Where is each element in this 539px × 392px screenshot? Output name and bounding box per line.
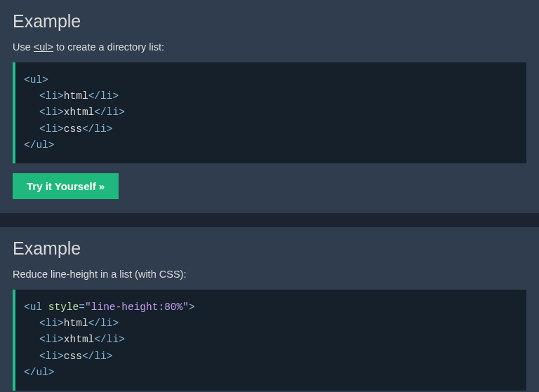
code-ul-open: <ul> bbox=[24, 74, 48, 86]
code-li-open: <li> bbox=[39, 318, 64, 329]
code-item-3: css bbox=[64, 123, 82, 135]
code-li-open: <li> bbox=[39, 107, 64, 118]
code-li-close: </li> bbox=[82, 351, 113, 362]
code-li-open: <li> bbox=[39, 351, 64, 362]
example-section-1: Example Use <ul> to create a directory l… bbox=[0, 0, 539, 213]
code-block-1: <ul> <li>html</li> <li>xhtml</li> <li>cs… bbox=[13, 62, 526, 163]
code-li-open: <li> bbox=[39, 123, 64, 135]
desc-text-pre: Use bbox=[13, 41, 34, 53]
example-heading: Example bbox=[13, 238, 526, 259]
code-ul-close: </ul> bbox=[24, 140, 55, 151]
code-ul-close: </ul> bbox=[24, 367, 55, 378]
code-attr-val: "line-height:80%" bbox=[85, 302, 189, 313]
example-description: Use <ul> to create a directory list: bbox=[13, 41, 526, 53]
try-it-yourself-button[interactable]: Try it Yourself » bbox=[13, 173, 119, 199]
ul-tag-link[interactable]: <ul> bbox=[34, 41, 53, 53]
code-li-close: </li> bbox=[94, 107, 125, 118]
code-li-open: <li> bbox=[39, 90, 64, 102]
code-li-close: </li> bbox=[88, 90, 119, 102]
code-item-2: xhtml bbox=[64, 107, 95, 118]
example-heading: Example bbox=[13, 11, 526, 32]
code-eq: = bbox=[79, 302, 85, 313]
example-section-2: Example Reduce line-height in a list (wi… bbox=[0, 227, 539, 392]
code-item-1: html bbox=[64, 90, 88, 102]
code-ul-open-post: > bbox=[189, 302, 195, 313]
section-divider bbox=[0, 213, 539, 227]
code-item-2: xhtml bbox=[64, 334, 95, 345]
code-block-2: <ul style="line-height:80%"> <li>html</l… bbox=[13, 290, 526, 391]
code-li-close: </li> bbox=[82, 123, 113, 135]
desc-text-post: to create a directory list: bbox=[53, 41, 164, 53]
code-item-3: css bbox=[64, 351, 82, 362]
code-item-1: html bbox=[64, 318, 88, 329]
example-description: Reduce line-height in a list (with CSS): bbox=[13, 269, 526, 280]
code-li-open: <li> bbox=[39, 334, 64, 345]
code-attr-name: style bbox=[42, 302, 79, 313]
code-li-close: </li> bbox=[94, 334, 125, 345]
code-ul-open-pre: <ul bbox=[24, 302, 42, 313]
code-li-close: </li> bbox=[88, 318, 119, 329]
